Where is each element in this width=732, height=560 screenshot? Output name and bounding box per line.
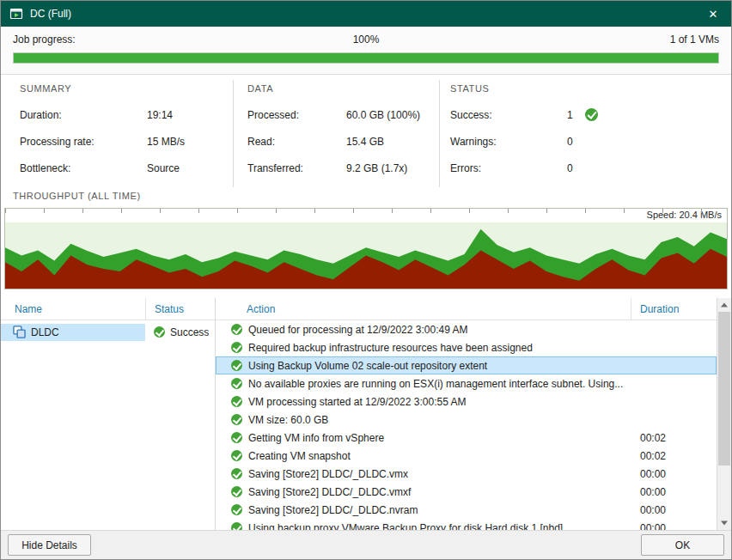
summary-row: Processing rate: 15 MB/s (20, 134, 233, 149)
status-rows: Success: 1 Warnings: 0 Errors: 0 (450, 107, 731, 175)
job-progress-vm-count: 1 of 1 VMs (670, 33, 719, 46)
action-text: VM processing started at 12/9/2022 3:00:… (248, 396, 631, 408)
scroll-up-button[interactable] (717, 298, 731, 312)
job-details-dialog: DC (Full) ✕ Job progress: 100% 1 of 1 VM… (0, 0, 732, 560)
action-row[interactable]: Saving [Store2] DLDC/_DLDC.nvram 00:00 (216, 501, 717, 519)
action-row[interactable]: Using backup proxy VMware Backup Proxy f… (216, 519, 717, 530)
action-text: Using backup proxy VMware Backup Proxy f… (248, 522, 631, 531)
action-log-header: Action Duration (216, 298, 717, 320)
stat-value: 15.4 GB (346, 136, 384, 148)
action-row[interactable]: Queued for processing at 12/9/2022 3:00:… (216, 320, 717, 338)
action-log-pane: Action Duration Queued for processing at… (216, 298, 717, 530)
action-duration: 00:02 (631, 432, 717, 444)
stat-label: Success: (450, 109, 567, 121)
action-text: Saving [Store2] DLDC/_DLDC.vmx (248, 468, 631, 480)
vm-status-cell: Success (145, 326, 215, 338)
action-row[interactable]: Saving [Store2] DLDC/_DLDC.vmxf 00:00 (216, 483, 717, 501)
status-column: STATUS Success: 1 Warnings: 0 Errors: 0 (439, 80, 731, 187)
summary-rows: Duration: 19:14 Processing rate: 15 MB/s… (20, 107, 233, 175)
stat-label: Duration: (20, 109, 147, 121)
chart-speed-label: Speed: 20.4 MB/s (642, 210, 722, 220)
action-duration: 00:02 (631, 450, 717, 462)
action-row[interactable]: Required backup infrastructure resources… (216, 338, 717, 356)
action-text: Getting VM info from vSphere (248, 432, 631, 444)
action-duration: 00:00 (631, 522, 717, 531)
vm-list-pane: Name Status DLDC (1, 298, 216, 530)
stat-value: 15 MB/s (147, 136, 185, 148)
column-header-name[interactable]: Name (1, 298, 145, 320)
status-row: Warnings: 0 (450, 134, 731, 149)
action-text: Saving [Store2] DLDC/_DLDC.vmxf (248, 486, 631, 498)
stat-label: Read: (247, 136, 346, 148)
action-text: Creating VM snapshot (248, 450, 631, 462)
stat-label: Warnings: (450, 136, 567, 148)
action-text: VM size: 60.0 GB (248, 414, 631, 426)
success-check-icon (231, 504, 242, 515)
scrollbar-track[interactable] (717, 312, 731, 516)
data-column: DATA Processed: 60.0 GB (100%) Read: 15.… (233, 80, 439, 187)
job-progress-percent: 100% (13, 33, 719, 46)
job-progress-bar (13, 52, 719, 64)
stat-value: Source (147, 162, 180, 174)
vm-list-header: Name Status (1, 298, 215, 320)
scroll-down-button[interactable] (717, 516, 731, 530)
stat-value: 0 (567, 136, 573, 148)
scrollbar[interactable] (717, 298, 731, 530)
close-button[interactable]: ✕ (698, 1, 728, 27)
success-check-icon (154, 326, 165, 338)
data-heading: DATA (247, 83, 439, 96)
job-progress-fill (14, 53, 718, 63)
data-row: Processed: 60.0 GB (100%) (247, 107, 439, 122)
status-row: Success: 1 (450, 107, 731, 122)
titlebar: DC (Full) ✕ (1, 1, 731, 27)
success-check-icon (231, 486, 242, 497)
stat-label: Bottleneck: (20, 162, 147, 174)
summary-row: Duration: 19:14 (20, 107, 233, 122)
success-check-icon (231, 432, 242, 443)
action-row[interactable]: Saving [Store2] DLDC/_DLDC.vmx 00:00 (216, 465, 717, 483)
throughput-chart: Speed: 20.4 MB/s (4, 208, 728, 289)
success-check-icon (231, 450, 242, 461)
status-row: Errors: 0 (450, 161, 731, 175)
column-header-duration[interactable]: Duration (631, 298, 717, 320)
success-check-icon (231, 342, 242, 353)
footer: Hide Details OK (1, 530, 731, 559)
action-row[interactable]: VM processing started at 12/9/2022 3:00:… (216, 393, 717, 411)
action-text: Required backup infrastructure resources… (248, 342, 631, 354)
action-row[interactable]: Getting VM info from vSphere 00:02 (216, 429, 717, 447)
action-row[interactable]: No available proxies are running on ESX(… (216, 374, 717, 393)
chart-ruler: Speed: 20.4 MB/s (5, 209, 727, 222)
data-rows: Processed: 60.0 GB (100%) Read: 15.4 GB … (247, 107, 439, 175)
scrollbar-thumb[interactable] (718, 312, 730, 466)
hide-details-button[interactable]: Hide Details (8, 534, 91, 556)
stat-label: Errors: (450, 162, 567, 174)
vm-rows: DLDC Success (1, 320, 215, 341)
data-row: Transferred: 9.2 GB (1.7x) (247, 161, 439, 175)
stat-label: Transferred: (247, 162, 346, 174)
data-row: Read: 15.4 GB (247, 134, 439, 149)
action-text: Queued for processing at 12/9/2022 3:00:… (248, 324, 631, 336)
status-heading: STATUS (450, 83, 731, 96)
success-check-icon (231, 324, 242, 335)
stat-label: Processing rate: (20, 136, 147, 148)
column-header-status[interactable]: Status (145, 298, 215, 320)
progress-section: Job progress: 100% 1 of 1 VMs (1, 27, 731, 75)
summary-row: Bottleneck: Source (20, 161, 233, 175)
window-title: DC (Full) (30, 8, 71, 20)
stat-value: 1 (567, 109, 573, 121)
column-header-action[interactable]: Action (216, 298, 631, 320)
action-duration: 00:00 (631, 486, 717, 498)
stat-value: 0 (567, 162, 573, 174)
throughput-chart-svg (5, 222, 727, 289)
action-row[interactable]: VM size: 60.0 GB (216, 411, 717, 429)
stats-section: SUMMARY Duration: 19:14 Processing rate:… (1, 75, 731, 189)
success-check-icon (231, 414, 242, 425)
summary-column: SUMMARY Duration: 19:14 Processing rate:… (1, 80, 233, 187)
action-row[interactable]: Using Backup Volume 02 scale-out reposit… (216, 356, 717, 374)
ok-button[interactable]: OK (641, 534, 724, 556)
summary-heading: SUMMARY (20, 83, 233, 96)
success-check-icon (231, 522, 242, 530)
vm-row[interactable]: DLDC Success (1, 323, 215, 341)
stat-label: Processed: (247, 109, 346, 121)
action-row[interactable]: Creating VM snapshot 00:02 (216, 447, 717, 465)
